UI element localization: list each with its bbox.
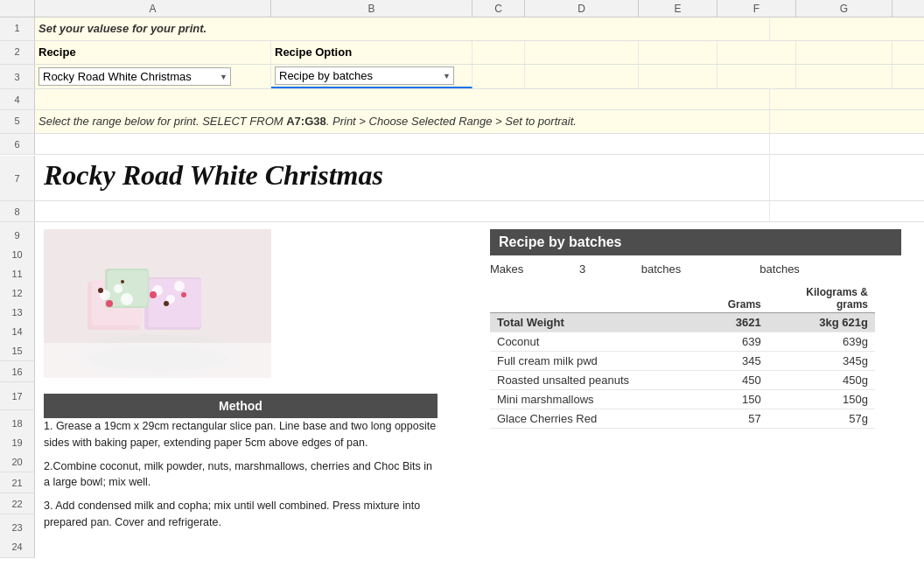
row3-col-c	[472, 65, 525, 88]
svg-point-17	[98, 288, 103, 293]
row-num-8: 8	[0, 201, 35, 221]
method-step-2: 2.Combine coconut, milk powder, nuts, ma…	[44, 458, 438, 492]
batches-input-label: batches	[760, 262, 800, 276]
row-num-23-24: 23 24	[0, 514, 35, 558]
ingredient-1-grams: 345	[682, 352, 768, 371]
ingredient-1-kg: 345g	[768, 352, 875, 371]
col-grams-header: Grams	[682, 284, 768, 313]
ingredient-row-0: Coconut 639 639g	[490, 332, 875, 352]
makes-batches: batches	[641, 262, 682, 276]
row-5: 5 Select the range below for print. SELE…	[0, 110, 924, 134]
col-header-f: F	[718, 0, 796, 17]
ingredient-row-2: Roasted unsalted peanuts 450 450g	[490, 371, 875, 390]
recipe-dropdown-wrapper[interactable]: Rocky Road White Christmas	[38, 67, 231, 86]
recipe-option-dropdown[interactable]: Recipe by batches	[275, 66, 454, 85]
row2-recipe-label: Recipe	[35, 41, 271, 64]
ingredient-4-grams: 57	[682, 409, 768, 429]
method-step-1: 1. Grease a 19cm x 29cm rectangular slic…	[44, 418, 438, 451]
col-header-b: B	[271, 0, 472, 17]
batches-table: Grams Kilograms & grams Total Weight 362…	[490, 284, 875, 429]
col-kg-header: Kilograms & grams	[768, 284, 875, 313]
row-8: 8	[0, 201, 924, 222]
row-num-corner	[0, 0, 35, 17]
row4-empty	[35, 89, 770, 109]
ingredient-0-grams: 639	[682, 332, 768, 352]
svg-point-18	[121, 280, 124, 283]
method-step-3: 3. Add condensed milk and copha; mix unt…	[44, 498, 438, 531]
row-num-5: 5	[0, 110, 35, 133]
row-num-17: 17	[0, 382, 35, 410]
row5-instruction: Select the range below for print. SELECT…	[35, 110, 770, 133]
svg-point-10	[121, 293, 133, 305]
ingredient-2-grams: 450	[682, 371, 768, 390]
row-num-18-19: 18 19 20	[0, 410, 35, 472]
recipe-title: Rocky Road White Christmas	[44, 155, 760, 192]
row-num-4: 4	[0, 89, 35, 109]
recipe-dropdown[interactable]: Rocky Road White Christmas	[38, 67, 231, 86]
ingredient-1-name: Full cream milk pwd	[490, 352, 682, 371]
row1-text: Set your valuese for your print.	[35, 17, 770, 40]
row-num-2: 2	[0, 41, 35, 64]
row-4: 4	[0, 89, 924, 110]
row5-text-post: . Print > Choose Selected Range > Set to…	[326, 115, 577, 128]
row3-col-d	[525, 65, 639, 88]
ingredient-3-kg: 150g	[768, 390, 875, 409]
row-1: 1 Set your valuese for your print.	[0, 17, 924, 41]
col-ingredient-header	[490, 284, 682, 313]
ingredient-0-kg: 639g	[768, 332, 875, 352]
ingredient-row-4: Glace Cherries Red 57 57g	[490, 409, 875, 429]
svg-point-19	[164, 301, 169, 306]
row-num-6: 6	[0, 134, 35, 154]
ingredient-row-3: Mini marshmallows 150 150g	[490, 390, 875, 409]
col-header-a: A	[35, 0, 271, 17]
ingredient-3-grams: 150	[682, 390, 768, 409]
svg-point-14	[106, 300, 113, 307]
ingredient-4-name: Glace Cherries Red	[490, 409, 682, 429]
ingredient-row-1: Full cream milk pwd 345 345g	[490, 352, 875, 371]
row-num-22: 22	[0, 493, 35, 514]
row3-recipe-cell: Rocky Road White Christmas	[35, 65, 271, 88]
makes-label: Makes	[490, 262, 523, 276]
left-content-panel: Method 1. Grease a 19cm x 29cm rectangul…	[35, 222, 472, 558]
row5-text-pre: Select the range below for print. SELECT…	[38, 115, 286, 128]
ingredient-2-kg: 450g	[768, 371, 875, 390]
batches-table-header-row: Grams Kilograms & grams	[490, 284, 875, 313]
right-content-panel: Recipe by batches Makes 3 batches batche…	[472, 222, 910, 558]
row3-option-cell: Recipe by batches	[271, 65, 472, 88]
row-num-1: 1	[0, 17, 35, 40]
row2-col-e	[639, 41, 718, 64]
row2-col-d	[525, 41, 639, 64]
ingredient-0-name: Coconut	[490, 332, 682, 352]
method-header: Method	[44, 394, 438, 418]
row3-col-g	[796, 65, 892, 88]
row6-empty	[35, 134, 770, 154]
row-numbers-panel: 9 10 11 12 13 14 15 16 17 18 19 20 21 22…	[0, 222, 35, 558]
row-num-9-16: 9 10 11 12 13 14 15	[0, 222, 35, 361]
total-weight-grams: 3621	[682, 313, 768, 332]
method-text: 1. Grease a 19cm x 29cm rectangular slic…	[44, 418, 438, 531]
row8-empty	[35, 201, 770, 221]
row5-range: A7:G38	[286, 115, 326, 128]
recipe-option-dropdown-wrapper[interactable]: Recipe by batches	[275, 66, 454, 85]
col-header-c: C	[472, 0, 525, 17]
row-num-7: 7	[0, 156, 35, 200]
svg-rect-21	[44, 343, 271, 378]
ingredient-3-name: Mini marshmallows	[490, 390, 682, 409]
row-num-16: 16	[0, 361, 35, 382]
row-6: 6	[0, 134, 924, 155]
batches-header: Recipe by batches	[490, 229, 901, 255]
makes-value: 3	[579, 262, 585, 276]
ingredient-4-kg: 57g	[768, 409, 875, 429]
row2-col-f	[718, 41, 796, 64]
total-weight-kg: 3kg 621g	[768, 313, 875, 332]
ingredient-2-name: Roasted unsalted peanuts	[490, 371, 682, 390]
column-headers: A B C D E F G	[0, 0, 924, 17]
makes-row: Makes 3 batches batches	[490, 261, 901, 277]
svg-point-16	[181, 292, 186, 297]
col-header-e: E	[639, 0, 718, 17]
two-col-content: Method 1. Grease a 19cm x 29cm rectangul…	[35, 222, 924, 558]
image-and-batches-row	[44, 229, 464, 387]
row3-col-e	[639, 65, 718, 88]
recipe-image	[44, 229, 271, 378]
row2-option-label: Recipe Option	[271, 41, 472, 64]
